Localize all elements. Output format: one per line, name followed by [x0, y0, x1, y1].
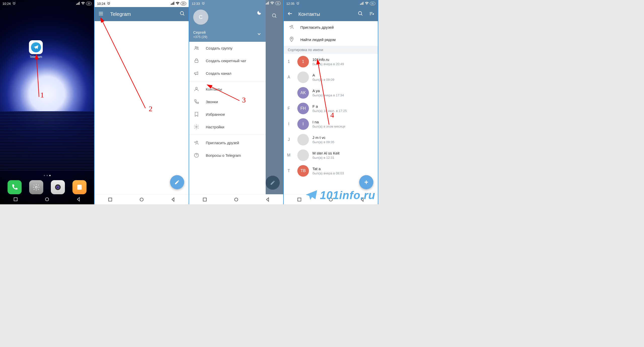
- contact-section-letter: J: [284, 137, 294, 142]
- nav-recents[interactable]: [202, 197, 208, 202]
- svg-point-31: [196, 126, 197, 128]
- sort-icon[interactable]: [369, 11, 374, 18]
- contact-name: 101info.ru: [312, 57, 375, 62]
- svg-point-8: [57, 187, 59, 188]
- contact-row[interactable]: JJ m t vcбыл(а) в 09:35: [284, 132, 378, 147]
- action-label: Найти людей рядом: [300, 37, 336, 42]
- telegram-app-icon: [29, 40, 43, 54]
- svg-rect-23: [109, 198, 112, 201]
- contact-avatar: I: [297, 118, 309, 130]
- nav-back[interactable]: [76, 197, 81, 202]
- lock-icon: [194, 58, 199, 63]
- contact-name: I na: [312, 120, 375, 124]
- location-icon: [289, 36, 294, 43]
- svg-rect-36: [267, 2, 268, 5]
- drawer-saved[interactable]: Избранное: [189, 108, 266, 121]
- search-icon[interactable]: [180, 11, 185, 18]
- statusbar-time: 12:35: [286, 2, 295, 6]
- signal-icon: [76, 2, 80, 6]
- telegram-app-shortcut[interactable]: Telegram: [29, 40, 43, 59]
- drawer-faq[interactable]: Вопросы о Telegram: [189, 149, 266, 162]
- contact-info: 101info.ruбыл(а) вчера в 20:49: [312, 57, 375, 66]
- drawer-scrim-area[interactable]: 31: [266, 0, 283, 204]
- alarm-icon: [107, 2, 110, 6]
- contact-info: M ster Al ss Keitбыл(а) в 12:31: [312, 151, 375, 160]
- drawer-secret-chat[interactable]: Создать секретный чат: [189, 54, 266, 67]
- compose-fab[interactable]: [170, 175, 184, 189]
- svg-point-54: [373, 14, 374, 15]
- contact-row[interactable]: AAбыл(а) в 09:09: [284, 69, 378, 85]
- dock-settings-app[interactable]: [29, 180, 43, 194]
- svg-point-38: [272, 14, 276, 17]
- nav-recents[interactable]: [13, 197, 18, 202]
- contact-row[interactable]: MM ster Al ss Keitбыл(а) в 12:31: [284, 147, 378, 163]
- nav-back[interactable]: [170, 197, 176, 202]
- contact-row[interactable]: AKA yaбыл(а) вчера в 17:34: [284, 85, 378, 101]
- svg-point-30: [195, 87, 197, 89]
- night-mode-toggle[interactable]: [256, 10, 262, 16]
- dock-notes-app[interactable]: [72, 180, 87, 194]
- back-button[interactable]: [287, 11, 293, 18]
- action-label: Пригласить друзей: [300, 25, 334, 29]
- contact-status: был(а) в 09:09: [312, 78, 375, 82]
- contact-section-letter: 1: [284, 59, 294, 64]
- find-nearby-row[interactable]: Найти людей рядом: [284, 33, 378, 46]
- contact-section-letter: A: [284, 75, 294, 80]
- drawer-item-label: Вопросы о Telegram: [206, 153, 241, 158]
- contact-section-letter: I: [284, 122, 294, 126]
- drawer-contacts[interactable]: Контакты: [189, 83, 266, 95]
- hamburger-menu-button[interactable]: [98, 11, 104, 18]
- drawer-invite[interactable]: Пригласить друзей: [189, 136, 266, 149]
- contact-row[interactable]: 11101info.ruбыл(а) вчера в 20:49: [284, 54, 378, 69]
- drawer-new-group[interactable]: Создать группу: [189, 42, 266, 54]
- battery-indicator: 20: [181, 2, 186, 5]
- signal-icon: [171, 2, 175, 6]
- invite-icon: [194, 140, 199, 145]
- annotation-number-3: 3: [242, 96, 246, 104]
- signal-icon: [265, 2, 269, 5]
- svg-line-22: [183, 14, 184, 15]
- add-contact-fab[interactable]: [359, 175, 373, 189]
- nav-home[interactable]: [233, 197, 239, 202]
- drawer-settings[interactable]: Настройки: [189, 121, 266, 133]
- user-avatar[interactable]: С: [193, 10, 208, 25]
- account-expand-icon[interactable]: [257, 31, 262, 37]
- contact-status: был(а) в 09:35: [312, 140, 375, 144]
- drawer-new-channel[interactable]: Создать канал: [189, 67, 266, 80]
- svg-rect-2: [77, 3, 78, 5]
- svg-point-27: [195, 47, 197, 48]
- wallpaper-moon: [0, 0, 94, 204]
- nav-back[interactable]: [265, 197, 270, 202]
- nav-recents[interactable]: [297, 197, 302, 202]
- wifi-icon: [81, 2, 85, 6]
- svg-rect-46: [362, 3, 362, 5]
- contact-info: F aбыл(а) 10 июл. в 17:25: [312, 104, 375, 113]
- contact-status: был(а) вчера в 17:34: [312, 93, 375, 97]
- drawer-item-label: Контакты: [206, 87, 222, 91]
- statusbar-time: 10:24: [3, 2, 11, 6]
- user-name: Сергей: [193, 30, 207, 34]
- battery-indicator: 31: [370, 2, 375, 5]
- svg-rect-1: [76, 4, 77, 5]
- svg-rect-47: [363, 2, 363, 5]
- contact-avatar: [297, 71, 309, 83]
- invite-friends-row[interactable]: Пригласить друзей: [284, 21, 378, 33]
- app-title: Telegram: [110, 11, 131, 17]
- compose-fab-behind: [266, 176, 280, 190]
- svg-point-28: [197, 47, 198, 48]
- svg-point-32: [196, 141, 198, 143]
- nav-home[interactable]: [139, 197, 144, 202]
- annotation-number-1: 1: [40, 91, 44, 99]
- svg-rect-29: [195, 60, 198, 62]
- search-icon[interactable]: [358, 11, 363, 18]
- dock-phone-app[interactable]: [8, 180, 22, 194]
- status-bar: 12:35 31: [284, 0, 378, 7]
- dock-camera-app[interactable]: [51, 180, 65, 194]
- drawer-calls[interactable]: Звонки: [189, 95, 266, 108]
- system-nav-bar: [95, 194, 189, 204]
- nav-home[interactable]: [44, 197, 50, 202]
- megaphone-icon: [194, 70, 199, 76]
- svg-rect-17: [174, 2, 174, 5]
- contact-name: A: [312, 73, 375, 77]
- nav-recents[interactable]: [107, 197, 113, 202]
